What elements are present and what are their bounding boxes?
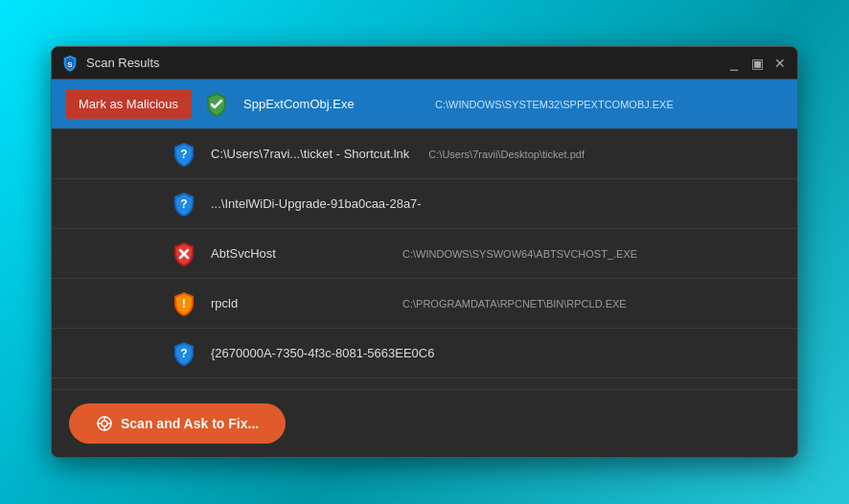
item-info: AbtSvcHost C:\WINDOWS\SYSWOW64\ABTSVCHOS… [211,246,784,261]
list-item[interactable]: AbtSvcHost C:\WINDOWS\SYSWOW64\ABTSVCHOS… [52,229,797,279]
item-path: C:\PROGRAMDATA\RPCNET\BIN\RPCLD.EXE [402,298,627,309]
item-path: C:\Users\7ravii\Desktop\ticket.pdf [428,149,585,160]
shield-orange-icon: ! [171,290,197,317]
item-name: {2670000A-7350-4f3c-8081-5663EE0C6 [211,346,434,360]
scan-results-list[interactable]: Mark as Malicious SppExtComObj.Exe C:\WI… [52,80,797,389]
list-item[interactable]: Mark as Malicious SppExtComObj.Exe C:\WI… [52,80,797,129]
close-button[interactable]: ✕ [772,56,788,71]
item-info: SppExtComObj.Exe C:\WINDOWS\SYSTEM32\SPP… [243,97,784,111]
list-item[interactable]: ? ...\IntelWiDi-Upgrade-91ba0caa-28a7- [52,179,797,229]
item-info: rpcld C:\PROGRAMDATA\RPCNET\BIN\RPCLD.EX… [211,296,784,310]
svg-text:S: S [67,59,73,68]
item-name: SppExtComObj.Exe [243,97,416,111]
svg-text:!: ! [182,296,186,310]
app-icon: S [61,55,79,72]
window-controls: ⎯ ▣ ✕ [726,56,788,71]
svg-point-8 [102,421,107,426]
item-path: C:\WINDOWS\SYSWOW64\ABTSVCHOST_.EXE [402,248,637,260]
item-name: C:\Users\7ravi...\ticket - Shortcut.lnk [211,147,409,161]
list-item[interactable]: ! rpcld C:\PROGRAMDATA\RPCNET\BIN\RPCLD.… [52,279,797,329]
shield-blue-icon: ? [171,191,197,218]
crosshair-icon [96,415,113,432]
item-name: AbtSvcHost [211,246,383,261]
item-name: rpcld [211,296,383,310]
item-path: C:\WINDOWS\SYSTEM32\SPPEXTCOMOBJ.EXE [435,99,674,110]
window-title: Scan Results [86,56,726,70]
shield-blue-icon: ? [171,141,197,168]
minimize-button[interactable]: ⎯ [726,56,742,71]
item-info: ...\IntelWiDi-Upgrade-91ba0caa-28a7- [211,196,784,211]
shield-red-icon [171,241,197,267]
svg-text:?: ? [180,148,187,161]
shield-blue-icon: ? [171,340,197,367]
title-bar: S Scan Results ⎯ ▣ ✕ [52,47,797,80]
restore-button[interactable]: ▣ [749,56,765,71]
item-name: ...\IntelWiDi-Upgrade-91ba0caa-28a7- [211,196,422,211]
footer: Scan and Ask to Fix... [52,389,797,457]
main-window: S Scan Results ⎯ ▣ ✕ Mark as Malicious [51,46,798,458]
list-item[interactable]: ? C:\Users\7ravi...\ticket - Shortcut.ln… [52,129,797,179]
mark-malicious-button[interactable]: Mark as Malicious [65,89,192,119]
shield-green-icon [203,91,230,118]
item-info: {2670000A-7350-4f3c-8081-5663EE0C6 [211,346,784,360]
scan-fix-button[interactable]: Scan and Ask to Fix... [69,403,286,444]
svg-text:?: ? [180,197,187,211]
item-info: C:\Users\7ravi...\ticket - Shortcut.lnk … [211,147,784,161]
content-area: Mark as Malicious SppExtComObj.Exe C:\WI… [52,80,797,457]
list-item[interactable]: ? {2670000A-7350-4f3c-8081-5663EE0C6 [52,329,797,378]
scan-fix-label: Scan and Ask to Fix... [121,416,259,431]
svg-text:?: ? [180,347,187,360]
